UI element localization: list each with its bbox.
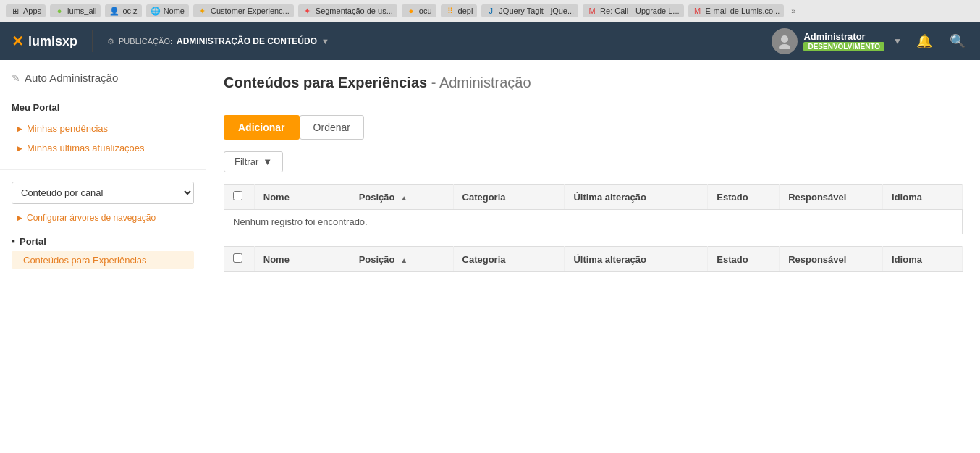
sidebar-portal-active-item[interactable]: Conteúdos para Experiências <box>12 251 194 269</box>
sidebar-portal-section: Portal Conteúdos para Experiências <box>0 229 206 275</box>
sort-asc-icon-bot: ▲ <box>400 256 407 264</box>
col-header-categoria[interactable]: Categoria <box>453 185 565 210</box>
user-dropdown-icon[interactable]: ▼ <box>893 36 902 46</box>
sidebar-channel-select-wrap: Conteúdo por canal Conteúdo por tipo <box>0 176 206 210</box>
nav-right-area: Administrator DESENVOLVIMENTO ▼ 🔔 🔍 <box>772 28 968 54</box>
gmail2-icon: M <box>693 6 703 16</box>
pub-icon: ⚙ <box>107 37 114 46</box>
sidebar-portal-title: Portal <box>12 235 194 247</box>
page-title-main: Conteúdos para Experiências <box>224 75 427 90</box>
filter-button[interactable]: Filtrar ▼ <box>224 151 283 172</box>
sidebar-title: Auto Administração <box>0 60 206 90</box>
tab-jquery[interactable]: J JQuery Tagit - jQue... <box>481 4 578 17</box>
col-header-ultima-bot[interactable]: Última alteração <box>565 247 708 272</box>
jquery-icon: J <box>486 6 496 16</box>
sort-asc-icon: ▲ <box>400 194 407 202</box>
star-icon: ✦ <box>198 6 208 16</box>
col-header-posicao[interactable]: Posição ▲ <box>350 185 453 210</box>
col-header-nome[interactable]: Nome <box>254 185 350 210</box>
user-name: Administrator <box>803 31 884 42</box>
notifications-button[interactable]: 🔔 <box>913 30 935 52</box>
tab-nome[interactable]: 🌐 Nome <box>146 4 189 17</box>
channel-select[interactable]: Conteúdo por canal Conteúdo por tipo <box>12 182 194 204</box>
sidebar-link-atualizacoes[interactable]: Minhas últimas atualizações <box>0 138 206 158</box>
content-area: Adicionar Ordenar Filtrar ▼ <box>206 103 980 284</box>
filter-label: Filtrar <box>235 156 258 167</box>
main-content: Conteúdos para Experiências - Administra… <box>206 60 980 453</box>
col-header-responsavel[interactable]: Responsável <box>780 185 883 210</box>
empty-row: Nenhum registro foi encontrado. <box>224 210 963 234</box>
col-header-posicao-bot[interactable]: Posição ▲ <box>350 247 453 272</box>
user-avatar <box>772 28 798 54</box>
select-all-checkbox-bot[interactable] <box>233 253 242 263</box>
tab-lums[interactable]: ● lums_all <box>50 4 101 17</box>
data-table-bottom: Nome Posição ▲ Categoria Última alteraçã… <box>224 246 963 272</box>
ocz-icon: 👤 <box>109 6 119 16</box>
tab-customer[interactable]: ✦ Customer Experienc... <box>193 4 294 17</box>
tab-email1[interactable]: M Re: Call - Upgrade L... <box>583 4 683 17</box>
tag-icon: ⠿ <box>445 6 455 16</box>
page-title: Conteúdos para Experiências - Administra… <box>224 75 963 91</box>
tab-email2[interactable]: M E-mail de Lumis.co... <box>688 4 785 17</box>
more-tabs-icon[interactable]: » <box>791 7 795 15</box>
posicao-label: Posição <box>359 192 395 203</box>
col-header-responsavel-bot[interactable]: Responsável <box>780 247 883 272</box>
table-header-row: Nome Posição ▲ Categoria Última alteraçã… <box>224 185 963 210</box>
apps-grid-icon: ⊞ <box>10 6 20 16</box>
svg-point-0 <box>781 35 788 43</box>
globe-icon: 🌐 <box>151 6 161 16</box>
col-header-checkbox-bot <box>224 247 255 272</box>
add-button[interactable]: Adicionar <box>224 115 300 140</box>
tab-apps[interactable]: ⊞ Apps <box>6 4 46 17</box>
user-env-badge: DESENVOLVIMENTO <box>803 42 884 51</box>
main-layout: Auto Administração Meu Portal Minhas pen… <box>0 60 980 453</box>
data-table-top: Nome Posição ▲ Categoria Última alteraçã… <box>224 184 963 234</box>
top-navigation: ✕ lumisxp ⚙ PUBLICAÇÃO: ADMINISTRAÇÃO DE… <box>0 22 980 60</box>
user-menu[interactable]: Administrator DESENVOLVIMENTO ▼ <box>772 28 902 54</box>
col-header-idioma-bot[interactable]: Idioma <box>883 247 963 272</box>
tab-ocz[interactable]: 👤 oc.z <box>105 4 141 17</box>
filter-dropdown-icon: ▼ <box>263 156 272 167</box>
publication-area: ⚙ PUBLICAÇÃO: ADMINISTRAÇÃO DE CONTEÚDO … <box>107 36 329 46</box>
empty-message: Nenhum registro foi encontrado. <box>224 210 963 234</box>
action-buttons: Adicionar Ordenar <box>224 115 963 140</box>
tab-depl[interactable]: ⠿ depl <box>441 4 478 17</box>
col-header-estado-bot[interactable]: Estado <box>708 247 780 272</box>
pub-dropdown-icon[interactable]: ▼ <box>321 37 329 46</box>
pub-value: ADMINISTRAÇÃO DE CONTEÚDO <box>177 36 317 46</box>
tab-ocu[interactable]: ● ocu <box>402 4 436 17</box>
select-all-checkbox[interactable] <box>233 191 242 200</box>
logo-text: lumisxp <box>28 34 77 49</box>
search-button[interactable]: 🔍 <box>947 30 968 52</box>
page-header: Conteúdos para Experiências - Administra… <box>206 60 980 103</box>
sidebar-config-link[interactable]: Configurar árvores de navegação <box>0 210 206 229</box>
nav-divider <box>92 30 93 52</box>
svg-point-1 <box>779 44 790 49</box>
coin-icon: ● <box>406 6 416 16</box>
posicao-label-bot: Posição <box>359 254 395 265</box>
tab-segmentacao[interactable]: ✦ Segmentação de us... <box>298 4 397 17</box>
sidebar-section-meu-portal-title: Meu Portal <box>0 96 206 119</box>
bookmark-icon: ✦ <box>303 6 313 16</box>
col-header-ultima[interactable]: Última alteração <box>565 185 708 210</box>
pub-label: PUBLICAÇÃO: <box>119 37 172 46</box>
user-info: Administrator DESENVOLVIMENTO <box>803 31 884 51</box>
col-header-estado[interactable]: Estado <box>708 185 780 210</box>
col-header-checkbox <box>224 185 255 210</box>
logo[interactable]: ✕ lumisxp <box>12 33 77 50</box>
col-header-categoria-bot[interactable]: Categoria <box>453 247 565 272</box>
page-title-subtitle: - Administração <box>431 75 531 90</box>
filter-bar: Filtrar ▼ <box>224 151 963 172</box>
col-header-nome-bot[interactable]: Nome <box>254 247 350 272</box>
sidebar: Auto Administração Meu Portal Minhas pen… <box>0 60 206 453</box>
order-button[interactable]: Ordenar <box>300 115 364 140</box>
browser-tab-bar: ⊞ Apps ● lums_all 👤 oc.z 🌐 Nome ✦ Custom… <box>0 0 980 22</box>
logo-icon: ✕ <box>12 33 24 50</box>
table-header-row-bottom: Nome Posição ▲ Categoria Última alteraçã… <box>224 247 963 272</box>
sidebar-link-pendencias[interactable]: Minhas pendências <box>0 119 206 138</box>
gmail-icon: M <box>587 6 597 16</box>
lums-icon: ● <box>54 6 64 16</box>
sidebar-section-meu-portal: Meu Portal Minhas pendências Minhas últi… <box>0 90 206 164</box>
col-header-idioma[interactable]: Idioma <box>883 185 963 210</box>
